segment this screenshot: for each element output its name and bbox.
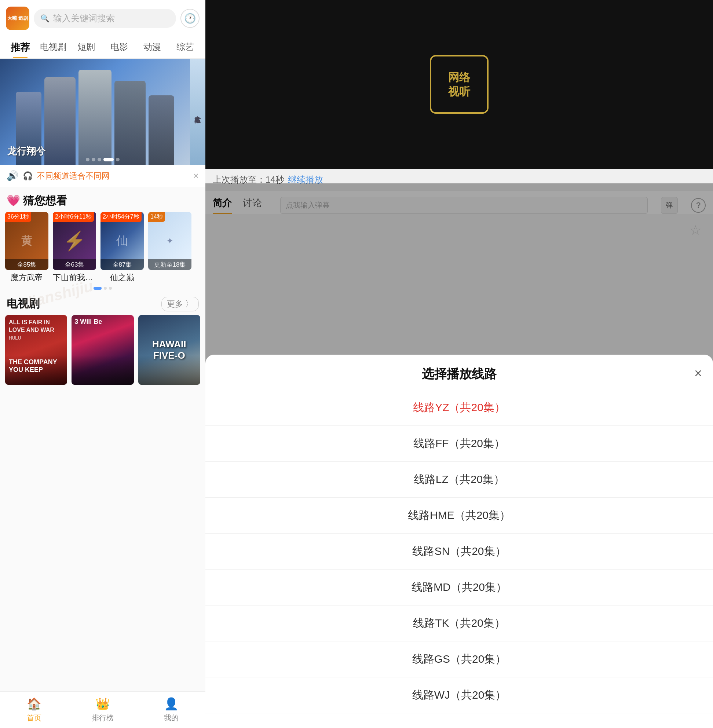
route-item-3[interactable]: 线路HME（共20集） (205, 498, 713, 534)
nav-tabs: 推荐 电视剧 短剧 电影 动漫 综艺 (0, 34, 205, 59)
hero-side-banner: 佐々木祐布 (190, 59, 205, 165)
tv-section-title: 电视剧 (7, 296, 161, 311)
route-modal-overlay: 选择播放线路 × 线路YZ（共20集） 线路FF（共20集） 线路LZ（共20集… (205, 191, 713, 728)
rec-card-0[interactable]: 黄 36分1秒 全85集 魔方武帝 (5, 212, 48, 283)
home-icon: 🏠 (27, 697, 42, 711)
route-item-4[interactable]: 线路SN（共20集） (205, 534, 713, 570)
video-logo: 网络视听 (430, 55, 489, 114)
tab-recommend[interactable]: 推荐 (4, 37, 37, 58)
rec-card-2-badge: 2小时54分7秒 (100, 212, 142, 222)
video-logo-text: 网络视听 (448, 70, 470, 98)
search-placeholder: 输入关键词搜索 (53, 12, 115, 24)
rec-card-1[interactable]: ⚡ 2小时6分11秒 全63集 下山前我就… (53, 212, 96, 283)
header: 大嘴 追剧 🔍 输入关键词搜索 🕐 (0, 0, 205, 34)
tv-card-1[interactable]: 3 Will Be (72, 315, 134, 385)
route-item-6[interactable]: 线路TK（共20集） (205, 606, 713, 641)
app-logo[interactable]: 大嘴 追剧 (6, 7, 29, 30)
route-item-0[interactable]: 线路YZ（共20集） (205, 390, 713, 426)
notif-speaker-icon: 🔊 (7, 170, 18, 182)
rec-card-0-episodes: 全85集 (5, 259, 48, 270)
rec-card-0-name: 魔方武帝 (5, 272, 48, 283)
rec-card-2-episodes: 全87集 (100, 259, 144, 270)
tab-short[interactable]: 短剧 (70, 37, 103, 58)
rec-card-0-badge: 36分1秒 (5, 212, 31, 222)
route-item-7[interactable]: 线路GS（共20集） (205, 641, 713, 677)
bottom-nav-rank[interactable]: 👑 排行榜 (69, 692, 137, 728)
rec-card-3-badge: 14秒 (148, 212, 165, 222)
rec-card-2-name: 仙之巅 (100, 272, 144, 283)
tv-card-0[interactable]: ALL IS FAIR INLOVE AND WARhulu THE COMPA… (5, 315, 67, 385)
rank-icon: 👑 (95, 697, 110, 711)
rec-card-1-episodes: 全63集 (53, 259, 96, 270)
left-scroll-content: 龙行翔兮 佐々木祐布 🔊 🎧 不同频道适合不同网 × dianshij (0, 59, 205, 728)
rec-card-1-image: ⚡ 2小时6分11秒 全63集 (53, 212, 96, 270)
notif-icon2: 🎧 (23, 171, 33, 181)
rec-card-2[interactable]: 仙 2小时54分7秒 全87集 仙之巅 (100, 212, 144, 283)
rec-section-title: 💗 猜您想看 (0, 186, 205, 212)
route-item-2[interactable]: 线路LZ（共20集） (205, 462, 713, 498)
tab-variety[interactable]: 综艺 (169, 37, 202, 58)
dot-2 (92, 158, 95, 161)
tab-movie[interactable]: 电影 (103, 37, 136, 58)
rec-card-2-image: 仙 2小时54分7秒 全87集 (100, 212, 144, 270)
tv-section-header: 电视剧 更多 〉 (0, 291, 205, 315)
show-detail: 简介 讨论 点我输入弹幕 弹 ? ☆ 选择播放线路 × 线路YZ（共20集） 线… (205, 191, 713, 728)
left-panel: 大嘴 追剧 🔍 输入关键词搜索 🕐 推荐 电视剧 短剧 电影 动漫 综艺 (0, 0, 205, 728)
tab-tv[interactable]: 电视剧 (37, 37, 70, 58)
cdot-1 (94, 287, 101, 290)
home-label: 首页 (27, 713, 42, 723)
route-modal-header: 选择播放线路 × (205, 365, 713, 390)
dot-5 (116, 158, 119, 161)
hero-banner[interactable]: 龙行翔兮 佐々木祐布 (0, 59, 205, 165)
notification-close-button[interactable]: × (193, 170, 199, 182)
rec-title-text: 猜您想看 (23, 194, 67, 206)
bottom-nav: 🏠 首页 👑 排行榜 👤 我的 (0, 691, 205, 728)
carousel-dots (0, 287, 205, 290)
rec-card-1-name: 下山前我就… (53, 272, 96, 283)
route-modal-title: 选择播放线路 (422, 365, 497, 382)
logo-text: 大嘴 追剧 (7, 15, 28, 21)
rec-card-0-image: 黄 36分1秒 全85集 (5, 212, 48, 270)
tv-more-button[interactable]: 更多 〉 (161, 297, 199, 311)
dot-3 (98, 158, 101, 161)
route-modal: 选择播放线路 × 线路YZ（共20集） 线路FF（共20集） 线路LZ（共20集… (205, 355, 713, 728)
bottom-nav-mine[interactable]: 👤 我的 (137, 692, 205, 728)
clock-button[interactable]: 🕐 (180, 9, 200, 28)
tv-card-2[interactable]: HAWAIIFIVE-O (138, 315, 200, 385)
video-area[interactable]: 网络视听 (205, 0, 713, 169)
hero-image: 龙行翔兮 佐々木祐布 (0, 59, 205, 165)
route-item-5[interactable]: 线路MD（共20集） (205, 570, 713, 606)
hero-dots (86, 158, 119, 161)
right-panel: 网络视听 上次播放至：14秒 继续播放 简介 讨论 点我输入弹幕 弹 ? ☆ 选… (205, 0, 713, 728)
rec-card-3-name (148, 272, 191, 282)
tv-row: ALL IS FAIR INLOVE AND WARhulu THE COMPA… (0, 315, 205, 385)
notification-text: 不同频道适合不同网 (37, 170, 189, 182)
search-icon: 🔍 (40, 14, 49, 23)
route-item-8[interactable]: 线路WJ（共20集） (205, 677, 713, 713)
cdot-3 (109, 287, 112, 290)
bottom-nav-home[interactable]: 🏠 首页 (0, 692, 69, 728)
rec-row: 黄 36分1秒 全85集 魔方武帝 ⚡ 2小时6分11秒 全63集 (0, 212, 205, 283)
notification-bar: 🔊 🎧 不同频道适合不同网 × (0, 165, 205, 186)
rec-card-3-image: ✦ 14秒 更新至18集 (148, 212, 191, 270)
rec-card-3[interactable]: ✦ 14秒 更新至18集 (148, 212, 191, 283)
heart-icon: 💗 (7, 194, 20, 206)
rank-label: 排行榜 (92, 713, 114, 723)
search-bar[interactable]: 🔍 输入关键词搜索 (34, 9, 176, 28)
hero-text: 龙行翔兮 (7, 145, 45, 158)
mine-label: 我的 (164, 713, 179, 723)
rec-card-1-badge: 2小时6分11秒 (53, 212, 94, 222)
route-item-1[interactable]: 线路FF（共20集） (205, 426, 713, 462)
rec-card-3-episodes: 更新至18集 (148, 259, 191, 270)
route-modal-close-button[interactable]: × (694, 365, 702, 381)
dot-1 (86, 158, 89, 161)
cdot-2 (104, 287, 107, 290)
mine-icon: 👤 (164, 697, 179, 711)
dot-4 (103, 158, 114, 161)
tab-anime[interactable]: 动漫 (136, 37, 169, 58)
